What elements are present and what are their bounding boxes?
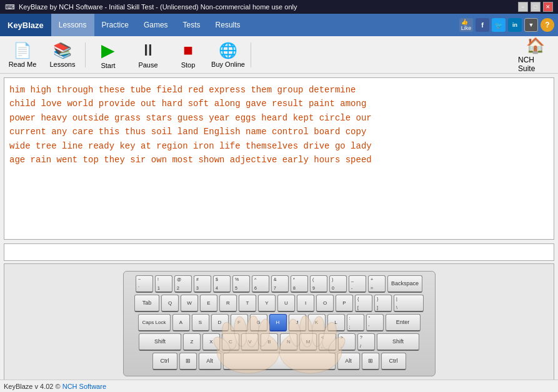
lessons-button[interactable]: 📚 Lessons [42, 37, 82, 72]
menu-games[interactable]: Games [136, 14, 176, 36]
key-rbracket[interactable]: }] [374, 295, 392, 312]
key-u[interactable]: U [277, 295, 295, 312]
key-slash[interactable]: ?/ [357, 333, 375, 351]
menu-results[interactable]: Results [208, 14, 248, 36]
key-backspace[interactable]: Backspace [387, 275, 422, 293]
key-t[interactable]: T [239, 295, 256, 312]
key-7[interactable]: &7 [271, 275, 289, 293]
key-minus[interactable]: _- [349, 275, 366, 293]
app-logo[interactable]: KeyBlaze [0, 14, 51, 36]
key-equals[interactable]: += [368, 275, 386, 293]
nch-suite-button[interactable]: 🏠 NCH Suite [516, 37, 556, 72]
pause-label: Pause [138, 61, 157, 69]
maximize-button[interactable]: □ [531, 2, 541, 12]
toolbar-separator-2 [251, 42, 251, 67]
key-5[interactable]: %5 [232, 275, 250, 293]
buy-online-icon: 🌐 [219, 42, 237, 59]
key-p[interactable]: P [336, 295, 353, 312]
titlebar-controls[interactable]: − □ ✕ [518, 2, 553, 12]
menubar: KeyBlaze Lessons Practice Games Tests Re… [0, 14, 558, 36]
key-l[interactable]: L [327, 314, 345, 331]
key-r[interactable]: R [219, 295, 237, 312]
toolbar-separator-1 [85, 42, 86, 67]
key-d[interactable]: D [211, 314, 229, 331]
key-enter[interactable]: Enter [386, 314, 421, 331]
key-b[interactable]: B [261, 333, 278, 351]
key-shift-left[interactable]: Shift [139, 333, 181, 351]
key-quote[interactable]: "' [366, 314, 384, 331]
key-a[interactable]: A [172, 314, 190, 331]
key-win-left[interactable]: ⊞ [179, 353, 197, 370]
key-y[interactable]: Y [258, 295, 276, 312]
key-f[interactable]: F [231, 314, 248, 331]
key-comma[interactable]: <, [319, 333, 336, 351]
key-6[interactable]: ^6 [252, 275, 269, 293]
pause-button[interactable]: ⏸ Pause [128, 37, 168, 72]
key-v[interactable]: V [241, 333, 259, 351]
key-s[interactable]: S [192, 314, 209, 331]
key-period[interactable]: >. [338, 333, 356, 351]
statusbar-text: KeyBlaze v 4.02 © NCH Software [4, 383, 106, 390]
keyboard: ~` !1 @2 #3 $4 %5 ^6 &7 *8 (9 )0 _- += B… [123, 271, 436, 376]
key-g[interactable]: G [250, 314, 267, 331]
key-1[interactable]: !1 [155, 275, 172, 293]
key-w[interactable]: W [181, 295, 198, 312]
read-me-icon: 📄 [13, 42, 32, 59]
typing-input[interactable] [4, 243, 554, 261]
titlebar: ⌨ KeyBlaze by NCH Software - Initial Ski… [0, 0, 558, 14]
key-lbracket[interactable]: {[ [355, 295, 372, 312]
keyboard-row-5: Ctrl ⊞ Alt Alt ⊞ Ctrl [127, 353, 431, 370]
key-n[interactable]: N [280, 333, 297, 351]
key-0[interactable]: )0 [329, 275, 347, 293]
linkedin-button[interactable]: in [508, 18, 522, 32]
titlebar-title: KeyBlaze by NCH Software - Initial Skill… [19, 3, 297, 11]
read-me-label: Read Me [9, 61, 37, 68]
key-alt-left[interactable]: Alt [199, 353, 221, 370]
close-button[interactable]: ✕ [543, 2, 553, 12]
key-space[interactable] [223, 353, 336, 370]
facebook-button[interactable]: f [476, 18, 489, 32]
typing-content: him high through these tube field red ex… [9, 85, 372, 165]
key-capslock[interactable]: Caps Lock [138, 314, 171, 331]
typing-input-field[interactable] [7, 248, 551, 257]
key-2[interactable]: @2 [174, 275, 192, 293]
key-k[interactable]: K [308, 314, 326, 331]
key-m[interactable]: M [299, 333, 317, 351]
key-q[interactable]: Q [161, 295, 179, 312]
help-button[interactable]: ? [541, 18, 554, 32]
key-backslash[interactable]: |\ [394, 295, 424, 312]
minimize-button[interactable]: − [518, 2, 528, 12]
start-icon: ▶ [101, 40, 115, 61]
key-8[interactable]: *8 [291, 275, 308, 293]
like-button[interactable]: 👍 Like [459, 18, 473, 32]
key-9[interactable]: (9 [310, 275, 327, 293]
social-dropdown-button[interactable]: ▼ [524, 18, 538, 32]
menu-lessons[interactable]: Lessons [51, 14, 94, 36]
stop-button[interactable]: ■ Stop [168, 37, 208, 72]
key-ctrl-left[interactable]: Ctrl [152, 353, 177, 370]
buy-online-button[interactable]: 🌐 Buy Online [208, 37, 248, 72]
key-shift-right[interactable]: Shift [377, 333, 419, 351]
key-4[interactable]: $4 [213, 275, 231, 293]
key-h[interactable]: H [269, 314, 287, 331]
nch-link[interactable]: NCH Software [62, 383, 106, 390]
menu-practice[interactable]: Practice [94, 14, 136, 36]
start-button[interactable]: ▶ Start [88, 37, 128, 72]
key-x[interactable]: X [202, 333, 220, 351]
menu-tests[interactable]: Tests [176, 14, 208, 36]
key-tab[interactable]: Tab [134, 295, 159, 312]
key-ctrl-right[interactable]: Ctrl [381, 353, 406, 370]
read-me-button[interactable]: 📄 Read Me [2, 37, 42, 72]
key-o[interactable]: O [316, 295, 334, 312]
key-alt-right[interactable]: Alt [337, 353, 360, 370]
key-3[interactable]: #3 [194, 275, 211, 293]
key-c[interactable]: C [222, 333, 239, 351]
key-win-right[interactable]: ⊞ [362, 353, 379, 370]
key-e[interactable]: E [200, 295, 217, 312]
key-tilde[interactable]: ~` [136, 275, 153, 293]
key-j[interactable]: J [289, 314, 306, 331]
key-z[interactable]: Z [183, 333, 201, 351]
twitter-button[interactable]: 🐦 [492, 18, 506, 32]
key-semicolon[interactable]: :; [347, 314, 364, 331]
key-i[interactable]: I [297, 295, 314, 312]
